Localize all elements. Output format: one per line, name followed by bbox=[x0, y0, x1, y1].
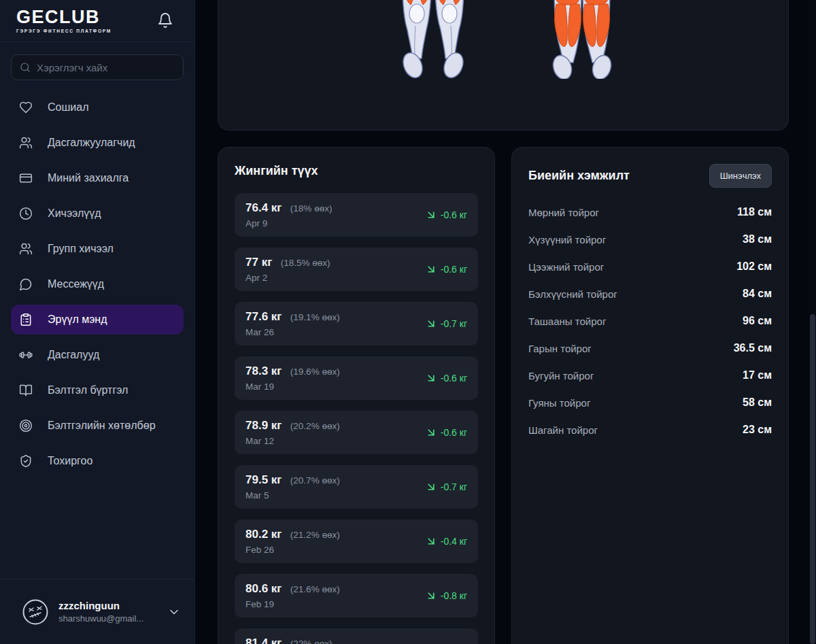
arrow-down-right-icon bbox=[425, 209, 437, 221]
weight-value: 78.3 кг bbox=[245, 365, 282, 377]
weight-change-value: -0.7 кг bbox=[441, 481, 467, 492]
sidebar-item-label: Миний захиалга bbox=[48, 172, 129, 184]
book-icon bbox=[19, 384, 33, 397]
sidebar-item[interactable]: Бэлтгэл бүртгэл bbox=[11, 375, 184, 405]
measurement-value: 17 см bbox=[743, 369, 772, 382]
user-name: zzzchinguun bbox=[58, 600, 143, 611]
logo[interactable]: GECLUB ГЭРЭГЭ ФИТНЕСС ПЛАТФОРМ bbox=[16, 8, 112, 33]
sidebar-item[interactable]: Дасгалууд bbox=[11, 340, 184, 370]
sidebar-item[interactable]: Тохиргоо bbox=[11, 446, 184, 476]
measurement-value: 36.5 см bbox=[734, 342, 772, 354]
weight-entry[interactable]: 78.9 кг (20.2% өөх) Mar 12 -0.6 кг bbox=[235, 411, 478, 454]
weight-value: 77 кг bbox=[245, 256, 272, 269]
sidebar-item[interactable]: Хичээлүүд bbox=[11, 199, 184, 228]
scrollbar[interactable] bbox=[809, 0, 816, 644]
weight-entry-info: 79.5 кг (20.7% өөх) Mar 5 bbox=[245, 473, 340, 501]
sidebar-item[interactable]: Миний захиалга bbox=[11, 163, 184, 193]
sidebar-item[interactable]: Бэлтгэлийн хөтөлбөр bbox=[11, 411, 184, 441]
weight-change: -0.7 кг bbox=[425, 318, 467, 330]
bell-icon bbox=[157, 12, 173, 29]
measurements-list: Мөрний тойрог 118 см Хүзүүний тойрог 38 … bbox=[528, 199, 772, 443]
sidebar-item[interactable]: Групп хичээл bbox=[11, 234, 184, 264]
measurement-label: Цээжний тойрог bbox=[528, 261, 604, 273]
weight-entry[interactable]: 80.6 кг (21.6% өөх) Feb 19 -0.8 кг bbox=[235, 574, 478, 617]
shield-icon bbox=[19, 454, 33, 468]
sidebar-item-label: Бэлтгэлийн хөтөлбөр bbox=[48, 420, 156, 432]
entry-date: Mar 19 bbox=[245, 382, 340, 392]
user-menu[interactable]: zzzchinguun sharshuwuu@gmail... bbox=[0, 579, 194, 644]
measurement-row: Гарын тойрог 36.5 см bbox=[528, 335, 772, 362]
weight-entry-info: 76.4 кг (18% өөх) Apr 9 bbox=[245, 201, 332, 228]
measurement-row: Гуяны тойрог 58 см bbox=[528, 389, 772, 416]
measurement-label: Ташааны тойрог bbox=[528, 316, 606, 327]
weight-entry[interactable]: 79.5 кг (20.7% өөх) Mar 5 -0.7 кг bbox=[235, 465, 478, 509]
weight-entry-info: 77 кг (18.5% өөх) Apr 2 bbox=[245, 256, 330, 283]
notifications-button[interactable] bbox=[156, 12, 174, 30]
weight-history-card: Жингийн түүх 76.4 кг (18% өөх) Apr 9 bbox=[218, 147, 495, 644]
weight-entry-info: 77.6 кг (19.1% өөх) Mar 26 bbox=[245, 310, 340, 337]
entry-date: Apr 9 bbox=[245, 218, 332, 228]
bodyfat-value: (18.5% өөх) bbox=[281, 258, 330, 268]
entry-date: Mar 26 bbox=[245, 327, 340, 337]
measurement-value: 23 см bbox=[743, 424, 772, 436]
scrollbar-thumb[interactable] bbox=[810, 314, 815, 644]
weight-entry-info: 80.6 кг (21.6% өөх) Feb 19 bbox=[245, 582, 340, 609]
bodyfat-value: (18% өөх) bbox=[290, 203, 333, 214]
measurement-label: Хүзүүний тойрог bbox=[528, 234, 606, 245]
dumbbell-icon bbox=[19, 348, 33, 362]
entry-date: Feb 19 bbox=[245, 599, 340, 609]
arrow-down-right-icon bbox=[425, 318, 437, 330]
weight-value: 77.6 кг bbox=[245, 310, 282, 323]
sidebar-item[interactable]: Сошиал bbox=[11, 92, 184, 122]
sidebar-item[interactable]: Эрүүл мэнд bbox=[11, 305, 184, 335]
weight-change: -0.6 кг bbox=[425, 209, 467, 221]
measurement-value: 84 см bbox=[743, 288, 772, 300]
sidebar-item-label: Хичээлүүд bbox=[48, 207, 101, 220]
users-icon bbox=[19, 136, 33, 150]
weight-entry-info: 78.3 кг (19.6% өөх) Mar 19 bbox=[245, 365, 340, 392]
front-view-legs bbox=[400, 0, 466, 79]
arrow-down-right-icon bbox=[425, 481, 437, 493]
main-content: Жингийн түүх 76.4 кг (18% өөх) Apr 9 bbox=[195, 0, 816, 644]
measurement-row: Хүзүүний тойрог 38 см bbox=[528, 226, 772, 253]
arrow-down-right-icon bbox=[425, 372, 437, 384]
weight-entries-list: 76.4 кг (18% өөх) Apr 9 -0.6 кг bbox=[235, 193, 478, 644]
bodyfat-value: (20.2% өөх) bbox=[290, 421, 340, 431]
weight-entry[interactable]: 81.4 кг (22% өөх) Feb 12 bbox=[235, 628, 478, 644]
arrow-down-right-icon bbox=[425, 263, 437, 275]
weight-entry[interactable]: 77.6 кг (19.1% өөх) Mar 26 -0.7 кг bbox=[235, 302, 478, 345]
search-input[interactable] bbox=[37, 62, 175, 73]
entry-date: Feb 26 bbox=[245, 545, 340, 555]
weight-entry[interactable]: 77 кг (18.5% өөх) Apr 2 -0.6 кг bbox=[235, 248, 478, 291]
weight-entry[interactable]: 76.4 кг (18% өөх) Apr 9 -0.6 кг bbox=[235, 193, 478, 237]
user-email: sharshuwuu@gmail... bbox=[58, 613, 143, 624]
sidebar-item-label: Эрүүл мэнд bbox=[48, 313, 107, 326]
sidebar-item[interactable]: Мессежүүд bbox=[11, 269, 184, 299]
measurement-label: Гуяны тойрог bbox=[528, 397, 590, 409]
weight-entry-info: 81.4 кг (22% өөх) Feb 12 bbox=[245, 637, 332, 644]
weight-value: 76.4 кг bbox=[245, 201, 282, 214]
weight-change-value: -0.7 кг bbox=[441, 318, 467, 329]
weight-value: 80.6 кг bbox=[245, 582, 282, 595]
weight-value: 78.9 кг bbox=[245, 419, 282, 432]
user-meta: zzzchinguun sharshuwuu@gmail... bbox=[58, 600, 143, 624]
weight-change: -0.4 кг bbox=[425, 535, 467, 547]
weight-value: 80.2 кг bbox=[245, 528, 282, 541]
sidebar-item[interactable]: Дасгалжуулагчид bbox=[11, 128, 184, 158]
bodyfat-value: (20.7% өөх) bbox=[290, 475, 340, 486]
clipboard-icon bbox=[19, 313, 33, 326]
weight-change-value: -0.8 кг bbox=[441, 590, 467, 601]
search-box bbox=[11, 54, 184, 80]
weight-entry-info: 80.2 кг (21.2% өөх) Feb 26 bbox=[245, 528, 340, 555]
update-button[interactable]: Шинэчлэх bbox=[709, 164, 772, 188]
weight-change-value: -0.6 кг bbox=[441, 209, 467, 220]
entry-date: Apr 2 bbox=[245, 273, 330, 283]
weight-entry[interactable]: 80.2 кг (21.2% өөх) Feb 26 -0.4 кг bbox=[235, 520, 478, 563]
search-icon bbox=[20, 62, 31, 73]
weight-entry[interactable]: 78.3 кг (19.6% өөх) Mar 19 -0.6 кг bbox=[235, 356, 478, 400]
back-view-legs bbox=[550, 0, 614, 79]
clock-icon bbox=[19, 207, 33, 220]
weight-value: 81.4 кг bbox=[245, 637, 282, 644]
entry-date: Mar 5 bbox=[245, 490, 340, 501]
measurement-label: Гарын тойрог bbox=[528, 343, 592, 354]
